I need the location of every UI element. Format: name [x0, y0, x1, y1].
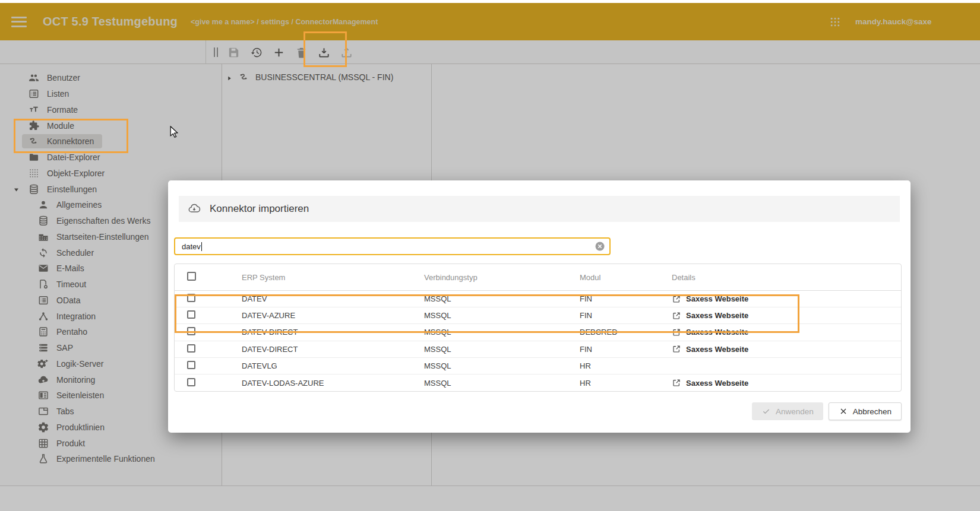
cancel-button[interactable]: Abbrechen: [829, 402, 902, 420]
row-checkbox[interactable]: [187, 310, 195, 319]
external-link-icon: [672, 378, 681, 388]
external-link-icon: [672, 311, 681, 320]
app-window: OCT 5.9 Testumgebung <give me a name> / …: [0, 0, 980, 511]
details-link[interactable]: Saxess Webseite: [672, 344, 901, 354]
select-all-checkbox[interactable]: [187, 272, 196, 281]
external-link-icon: [672, 294, 681, 304]
text-caret: [201, 242, 202, 251]
external-link-icon: [672, 328, 681, 337]
cloud-import-icon: [188, 202, 201, 215]
details-link[interactable]: Saxess Webseite: [672, 378, 901, 388]
table-row[interactable]: DATEV-AZURE MSSQL FIN Saxess Webseite: [175, 307, 901, 324]
search-input[interactable]: datev: [174, 237, 611, 255]
table-row[interactable]: DATEV-LODAS-AZURE MSSQL HR Saxess Websei…: [175, 374, 901, 391]
table-row[interactable]: DATEV-DIRECT MSSQL DEBCRED Saxess Websei…: [175, 324, 901, 341]
close-icon: [839, 407, 853, 416]
dialog-footer: Anwenden Abbrechen: [752, 402, 902, 420]
row-checkbox[interactable]: [187, 294, 195, 302]
table-row[interactable]: DATEV-DIRECT MSSQL FIN Saxess Webseite: [175, 341, 901, 358]
table-row[interactable]: DATEVLG MSSQL HR: [175, 358, 901, 374]
search-value: datev: [182, 242, 201, 251]
dialog-header: Konnektor importieren: [179, 196, 900, 222]
row-checkbox[interactable]: [187, 344, 195, 353]
connector-table: ERP System Verbindungstyp Modul Details …: [174, 264, 902, 392]
column-header-erp-system: ERP System: [242, 273, 424, 282]
details-link[interactable]: Saxess Webseite: [672, 328, 901, 337]
column-header-modul: Modul: [580, 273, 672, 282]
dialog-title: Konnektor importieren: [210, 203, 309, 215]
column-header-verbindungstyp: Verbindungstyp: [424, 273, 580, 282]
details-link[interactable]: Saxess Webseite: [672, 311, 901, 320]
details-link[interactable]: Saxess Webseite: [672, 294, 901, 304]
column-header-details: Details: [672, 273, 901, 282]
clear-search-icon[interactable]: [594, 240, 606, 252]
row-checkbox[interactable]: [187, 327, 195, 335]
table-row[interactable]: DATEV MSSQL FIN Saxess Webseite: [175, 291, 901, 307]
table-header-row: ERP System Verbindungstyp Modul Details: [175, 264, 901, 291]
row-checkbox[interactable]: [187, 361, 195, 369]
row-checkbox[interactable]: [187, 378, 195, 386]
check-icon: [761, 407, 776, 416]
external-link-icon: [672, 344, 681, 354]
apply-button[interactable]: Anwenden: [752, 402, 823, 420]
import-connector-dialog: Konnektor importieren datev ERP System V…: [168, 180, 911, 433]
